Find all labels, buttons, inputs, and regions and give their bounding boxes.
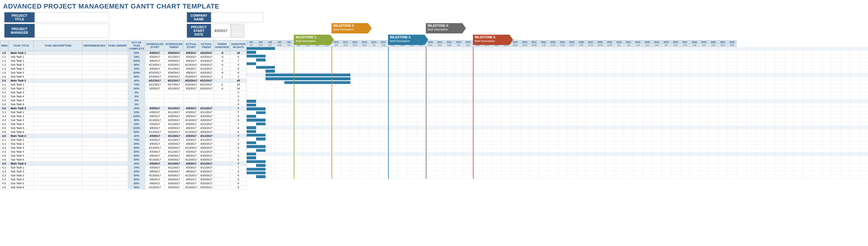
cell-pct[interactable]: 70% [128,138,145,142]
start-date-extra[interactable] [231,24,245,38]
gantt-bar[interactable] [266,73,350,76]
cell-owner[interactable] [107,118,128,122]
gantt-bar[interactable] [266,70,275,72]
cell-sf[interactable]: 4/20/2017 [164,63,184,67]
cell-dur[interactable]: 7 [230,162,247,166]
cell-owner[interactable] [107,158,128,162]
cell-sf[interactable]: 6/21/2017 [164,79,184,83]
cell-pct[interactable]: 90% [128,118,145,122]
cell-dur[interactable]: 7 [230,106,247,111]
cell-task[interactable]: Sub Task 5 [9,98,34,102]
cell-as[interactable]: 4/9/2017 [184,71,199,75]
week-column[interactable]: W503/12 [709,40,718,47]
week-column[interactable]: W3812/18 [595,40,605,47]
week-column[interactable]: W482/26 [690,40,699,47]
cell-dep[interactable] [83,102,107,106]
cell-sf[interactable] [164,95,184,98]
cell-af[interactable]: 4/20/2017 [199,146,214,150]
cell-task[interactable]: Sub Task 5 [9,182,34,185]
cell-af[interactable]: 4/10/2017 [199,55,214,59]
cell-wbs[interactable]: 4.5 [0,182,9,185]
gantt-row[interactable] [247,130,868,133]
cell-pct[interactable]: 40% [128,134,145,138]
gantt-bar[interactable] [256,58,266,61]
table-row[interactable]: 3.3Sub Task 390%4/13/20174/20/20174/13/2… [0,118,247,122]
table-row[interactable]: 3.1Sub Task 133%4/3/20174/11/20174/3/201… [0,111,247,114]
gantt-bar[interactable] [256,149,266,152]
table-row[interactable]: 4.1Sub Task 170%4/3/20174/11/20174/3/201… [0,166,247,170]
cell-task[interactable]: Sub Task 5 [9,126,34,130]
cell-fv[interactable] [214,106,230,111]
cell-wbs[interactable]: 1.4 [0,67,9,71]
cell-af[interactable]: 4/11/2017 [199,134,214,138]
cell-af[interactable]: 6/21/2017 [199,79,214,83]
cell-sf[interactable]: 4/20/2017 [164,170,184,174]
cell-owner[interactable] [107,111,128,114]
gantt-bar[interactable] [247,104,256,106]
cell-wbs[interactable]: 1.3 [0,63,9,67]
cell-ss[interactable]: 4/8/2017 [145,114,164,118]
cell-af[interactable]: 4/20/2017 [199,130,214,134]
cell-pct[interactable]: 50% [128,178,145,182]
cell-dur[interactable]: 7 [230,150,247,154]
cell-pct[interactable]: 60% [128,142,145,146]
cell-dep[interactable] [83,118,107,122]
cell-desc[interactable] [34,67,83,71]
gantt-row[interactable] [247,167,868,171]
cell-dur[interactable]: 4 [230,63,247,67]
cell-fv[interactable] [214,142,230,146]
project-manager-input[interactable] [35,24,109,38]
cell-task[interactable]: Sub Task 3 [9,146,34,150]
cell-ss[interactable]: 4/3/2017 [145,67,164,71]
cell-as[interactable]: 4/3/2017 [184,150,199,154]
cell-ss[interactable]: 4/3/2017 [145,138,164,142]
cell-fv[interactable]: -4 [214,87,230,91]
table-row[interactable]: 2.6Sub Task 60%0 [0,102,247,106]
cell-desc[interactable] [34,63,83,67]
cell-task[interactable]: Main Task 3 [9,106,34,111]
cell-fv[interactable]: -8 [214,71,230,75]
table-row[interactable]: 2.5Sub Task 50%0 [0,98,247,102]
cell-dep[interactable] [83,75,107,79]
cell-af[interactable]: 4/20/2017 [199,154,214,158]
cell-owner[interactable] [107,67,128,71]
gantt-row[interactable] [247,126,868,129]
gantt-bar[interactable] [256,137,266,140]
cell-task[interactable]: Sub Task 1 [9,83,34,87]
cell-ss[interactable]: 4/8/2017 [145,182,164,185]
cell-sf[interactable]: 4/20/2017 [164,118,184,122]
cell-desc[interactable] [34,162,83,166]
cell-task[interactable]: Sub Task 4 [9,150,34,154]
cell-task[interactable]: Main Task 1 [9,51,34,55]
cell-fv[interactable]: 1 [214,75,230,79]
cell-task[interactable]: Sub Task 5 [9,71,34,75]
cell-desc[interactable] [34,134,83,138]
gantt-row[interactable] [247,85,868,88]
cell-dep[interactable] [83,51,107,55]
cell-as[interactable]: 4/8/2017 [184,170,199,174]
cell-fv[interactable] [214,91,230,95]
cell-as[interactable]: 4/8/2017 [184,142,199,146]
gantt-row[interactable] [247,111,868,115]
cell-sf[interactable]: 4/11/2017 [164,106,184,111]
cell-sf[interactable]: 6/21/2017 [164,87,184,91]
week-column[interactable]: W44/24 [275,40,284,47]
gantt-row[interactable] [247,47,868,51]
cell-dur[interactable]: 6 [230,185,247,189]
table-row[interactable]: 4.1Sub Task 170%4/3/20174/11/20174/3/201… [0,138,247,142]
week-column[interactable]: W34/17 [266,40,275,47]
cell-dep[interactable] [83,134,107,138]
cell-owner[interactable] [107,185,128,189]
gantt-row[interactable] [247,145,868,148]
gantt-bar[interactable] [247,153,256,155]
cell-task[interactable]: Sub Task 2 [9,59,34,63]
cell-dep[interactable] [83,162,107,166]
cell-fv[interactable] [214,130,230,134]
cell-as[interactable]: 4/8/2017 [184,178,199,182]
cell-task[interactable]: Main Task 4 [9,162,34,166]
cell-af[interactable]: 4/18/2017 [199,63,214,67]
cell-wbs[interactable]: 3.6 [0,130,9,134]
table-row[interactable]: 3.2Sub Task 2100%4/8/20174/20/20174/8/20… [0,114,247,118]
cell-pct[interactable]: 25% [128,51,145,55]
cell-af[interactable]: 4/20/2017 [199,114,214,118]
